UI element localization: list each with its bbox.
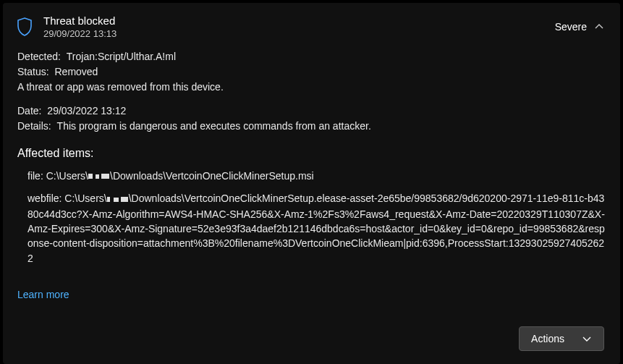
affected-file-suffix: \Downloads\VertcoinOneClickMinerSetup.ms… [110, 170, 314, 182]
date-row: Date: 29/03/2022 13:12 [17, 103, 606, 119]
svg-rect-0 [88, 174, 93, 179]
actions-row: Actions [3, 313, 620, 364]
details-label: Details: [17, 120, 51, 132]
chevron-up-icon[interactable] [594, 22, 604, 32]
affected-webfile: webfile: C:\Users\\Downloads\VertcoinOne… [27, 191, 606, 266]
threat-title: Threat blocked [43, 14, 555, 27]
actions-button-label: Actions [531, 333, 564, 344]
severity-label: Severe [555, 21, 587, 33]
svg-rect-1 [96, 174, 99, 179]
details-value: This program is dangerous and executes c… [57, 120, 371, 132]
status-label: Status: [17, 66, 49, 77]
svg-rect-5 [121, 197, 128, 202]
date-value: 29/03/2022 13:12 [47, 105, 126, 117]
status-row: Status: Removed [17, 64, 606, 80]
affected-webfile-prefix: webfile: C:\Users\ [27, 192, 107, 204]
threat-timestamp: 29/09/2022 13:13 [43, 28, 555, 39]
learn-more-link[interactable]: Learn more [17, 289, 69, 300]
actions-button[interactable]: Actions [519, 326, 604, 351]
status-note: A threat or app was removed from this de… [17, 80, 606, 95]
threat-header[interactable]: Threat blocked 29/09/2022 13:13 Severe [3, 3, 620, 49]
detected-label: Detected: [17, 51, 61, 62]
redacted-username-icon [88, 169, 110, 184]
chevron-down-icon [582, 334, 592, 344]
affected-file-prefix: file: C:\Users\ [27, 170, 88, 182]
svg-rect-4 [114, 198, 119, 202]
threat-item: Threat blocked 29/09/2022 13:13 Severe D… [3, 3, 620, 364]
status-value: Removed [54, 66, 98, 77]
details-row: Details: This program is dangerous and e… [17, 119, 606, 134]
detected-value: Trojan:Script/Ulthar.A!ml [67, 51, 176, 62]
threat-details: Detected: Trojan:Script/Ulthar.A!ml Stat… [3, 49, 620, 313]
redacted-username-icon [107, 192, 129, 207]
svg-rect-3 [107, 197, 110, 202]
shield-icon [16, 17, 33, 37]
date-label: Date: [17, 105, 41, 117]
svg-rect-2 [101, 174, 109, 179]
affected-file: file: C:\Users\\Downloads\VertcoinOneCli… [27, 169, 606, 184]
affected-heading: Affected items: [17, 147, 606, 160]
detected-row: Detected: Trojan:Script/Ulthar.A!ml [17, 49, 606, 64]
